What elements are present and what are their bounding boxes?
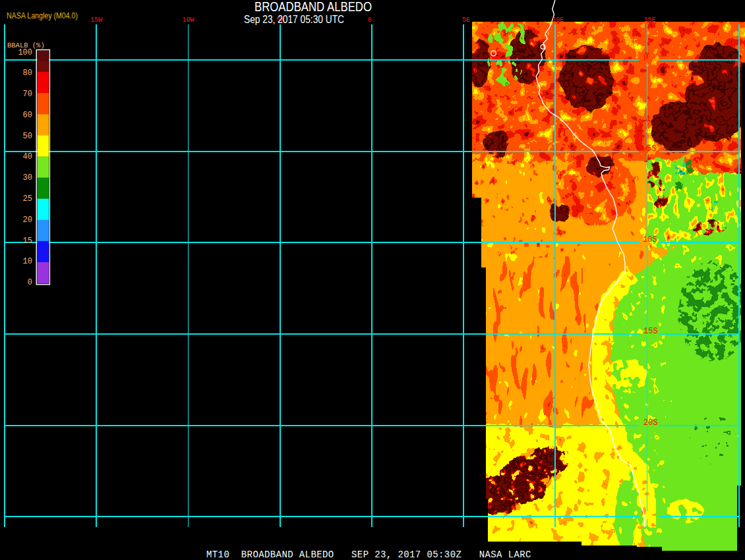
svg-text:0: 0 [28,278,32,287]
svg-text:0: 0 [368,16,372,24]
svg-text:10: 10 [23,257,32,266]
svg-text:25: 25 [23,194,32,204]
svg-text:15W: 15W [90,16,102,24]
svg-text:40: 40 [23,152,32,161]
svg-text:NASA Langley (M04.0): NASA Langley (M04.0) [7,11,78,20]
svg-text:BBALB (%): BBALB (%) [7,42,45,49]
svg-text:15S: 15S [643,327,658,336]
svg-text:BROADBAND ALBEDO: BROADBAND ALBEDO [254,0,372,14]
svg-text:5S: 5S [647,144,656,154]
svg-text:50: 50 [23,132,32,141]
svg-text:15: 15 [23,237,32,246]
svg-text:15E: 15E [643,16,655,24]
svg-text:80: 80 [23,69,32,78]
svg-text:MT10 BROADBAND ALBEDO SEP 2: MT10 BROADBAND ALBEDO SEP 23, 2017 05:30… [206,549,531,560]
svg-text:Sep 23, 2017 05:30 UTC: Sep 23, 2017 05:30 UTC [244,13,344,25]
svg-text:10S: 10S [643,235,657,244]
svg-text:60: 60 [23,111,32,120]
svg-text:5E: 5E [462,16,470,24]
svg-text:0: 0 [643,53,648,62]
svg-text:20S: 20S [643,418,658,428]
svg-text:30: 30 [23,173,32,182]
svg-text:20: 20 [23,215,32,225]
svg-text:70: 70 [23,90,32,99]
svg-text:10W: 10W [182,16,194,24]
svg-text:10E: 10E [552,16,564,24]
